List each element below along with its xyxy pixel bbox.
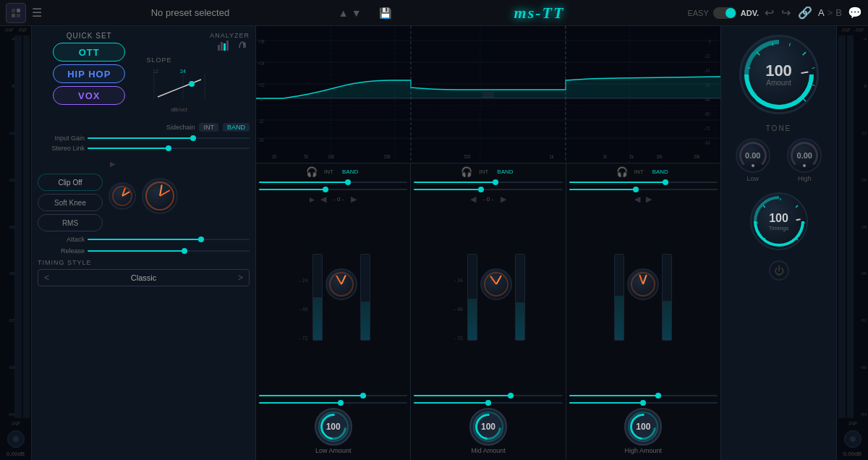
- band-mid-attack-slider[interactable]: [414, 395, 562, 396]
- vu-left-ch2: [23, 35, 30, 418]
- band-low-fader-1[interactable]: [312, 254, 323, 341]
- expand-arrow[interactable]: ▶: [110, 160, 116, 168]
- band-high-attack-slider[interactable]: [569, 395, 718, 396]
- band-high-faders: [614, 207, 672, 388]
- timing-prev[interactable]: >: [44, 273, 49, 283]
- prev-arrow[interactable]: ▲: [339, 7, 349, 19]
- band-low-fader-2[interactable]: [360, 254, 370, 341]
- sidechain-band[interactable]: BAND: [223, 123, 250, 132]
- amount-knob-center: 100 Amount: [765, 63, 792, 87]
- clip-off-button[interactable]: Clip Off: [38, 174, 103, 191]
- band-low-next-btn[interactable]: ▶: [351, 195, 357, 204]
- band-mid-comp-knob[interactable]: [480, 268, 512, 300]
- band-mid-release-slider[interactable]: [414, 402, 562, 404]
- band-low-attack-slider[interactable]: [259, 395, 407, 396]
- band-high-band[interactable]: BAND: [650, 168, 671, 176]
- rms-button[interactable]: RMS: [38, 214, 103, 231]
- undo-icon[interactable]: ↩: [765, 6, 774, 20]
- comp-knob-1[interactable]: [109, 182, 136, 210]
- link-icon[interactable]: 🔗: [798, 6, 812, 20]
- band-high-fader-1[interactable]: [614, 254, 624, 341]
- band-mid-headphone-icon[interactable]: 🎧: [461, 166, 472, 177]
- band-high-next-btn[interactable]: ▶: [646, 195, 652, 204]
- next-arrow[interactable]: ▼: [352, 7, 362, 19]
- band-low-release-slider[interactable]: [259, 402, 407, 404]
- qs-ott-button[interactable]: OTT: [53, 43, 125, 61]
- band-high: 🎧 INT BAND ◀ ▶: [566, 163, 720, 460]
- band-mid-prev-btn[interactable]: ◀: [470, 195, 476, 204]
- stereo-link-slider[interactable]: [88, 148, 250, 149]
- band-low-zero: - 0 -: [333, 196, 344, 203]
- ab-a-label[interactable]: A: [818, 7, 825, 18]
- band-high-release-slider[interactable]: [569, 402, 718, 404]
- svg-point-14: [189, 81, 195, 87]
- analyzer-bars-icon[interactable]: [218, 39, 231, 54]
- soft-knee-button[interactable]: Soft Knee: [38, 194, 103, 211]
- band-high-int[interactable]: INT: [632, 168, 646, 176]
- band-low-slider1[interactable]: [259, 182, 407, 183]
- svg-text:100: 100: [328, 153, 335, 159]
- redo-icon[interactable]: ↪: [781, 6, 791, 20]
- band-low-faders: - 24 - 48 - 72: [297, 207, 370, 388]
- band-mid-fader-1[interactable]: [467, 254, 477, 341]
- band-low-prev-btn[interactable]: ◀: [320, 195, 326, 204]
- band-low-band[interactable]: BAND: [340, 168, 360, 176]
- band-mid-fader-2[interactable]: [515, 254, 525, 341]
- stereo-link-label: Stereo Link: [38, 145, 85, 152]
- tone-low-knob[interactable]: 0.00: [736, 138, 770, 173]
- slope-display[interactable]: 12 24: [147, 67, 212, 106]
- timings-knob[interactable]: 100 Timings: [750, 192, 808, 250]
- vu-right-top2: -INF: [854, 27, 864, 33]
- band-high-fader-2[interactable]: [662, 254, 672, 341]
- logo-icon[interactable]: [6, 3, 26, 23]
- band-mid-next-btn[interactable]: ▶: [501, 195, 506, 204]
- timing-next[interactable]: >: [238, 273, 243, 283]
- band-low-play-btn[interactable]: ▶: [310, 196, 315, 203]
- right-vu-knob[interactable]: [844, 430, 861, 448]
- chat-icon[interactable]: 💬: [848, 6, 862, 20]
- attack-slider[interactable]: [88, 239, 250, 240]
- band-high-prev-btn[interactable]: ◀: [634, 195, 640, 204]
- mode-toggle[interactable]: [713, 7, 736, 19]
- band-high-slider2[interactable]: [569, 189, 718, 190]
- band-high-comp-knob[interactable]: [627, 268, 659, 300]
- band-low-amount-knob[interactable]: 100: [315, 408, 352, 446]
- qs-vox-button[interactable]: VOX: [53, 86, 125, 105]
- analyzer-hand-icon[interactable]: [237, 39, 250, 54]
- svg-rect-0: [12, 9, 15, 12]
- amount-knob[interactable]: 100 Amount: [739, 35, 819, 114]
- band-high-amount-knob[interactable]: 100: [624, 408, 662, 446]
- band-low-comp-knob[interactable]: [326, 268, 357, 300]
- band-mid-slider1[interactable]: [414, 182, 562, 183]
- tone-high-knob[interactable]: 0.00: [787, 138, 822, 173]
- drag-handle[interactable]: [482, 92, 494, 97]
- tone-knobs: 0.00 Low 0.00 High: [727, 138, 830, 182]
- qs-hiphop-button[interactable]: HIP HOP: [53, 64, 125, 83]
- svg-text:12: 12: [153, 69, 158, 74]
- band-mid-band[interactable]: BAND: [495, 168, 515, 176]
- comp-knob-2[interactable]: [142, 178, 178, 214]
- band-low-headphone-icon[interactable]: 🎧: [306, 166, 318, 177]
- band-controls: 🎧 INT BAND ▶ ◀ - 0 - ▶: [256, 163, 720, 460]
- band-mid-amount-container: 100 Mid Amount: [469, 408, 507, 454]
- ab-b-label[interactable]: B: [835, 7, 842, 18]
- svg-text:+36: +36: [258, 38, 265, 44]
- band-mid-amount-knob[interactable]: 100: [469, 408, 507, 446]
- save-icon[interactable]: 💾: [379, 7, 391, 19]
- left-vu-knob[interactable]: [7, 430, 25, 448]
- power-button[interactable]: ⏻: [769, 260, 789, 281]
- release-slider[interactable]: [88, 250, 250, 252]
- band-high-headphone-icon[interactable]: 🎧: [616, 166, 628, 177]
- band-mid-int[interactable]: INT: [477, 168, 490, 176]
- menu-icon[interactable]: ☰: [32, 6, 42, 20]
- input-gain-slider[interactable]: [88, 137, 250, 139]
- vu-tick-36: -36: [1, 271, 14, 276]
- band-mid-slider2[interactable]: [414, 189, 562, 190]
- band-high-slider1[interactable]: [569, 182, 718, 183]
- band-low-int[interactable]: INT: [322, 168, 336, 176]
- vu-tick-12: -12: [1, 131, 14, 135]
- sidechain-int[interactable]: INT: [199, 123, 218, 132]
- band-low-slider2[interactable]: [259, 189, 407, 190]
- timing-style-section: TIMING STYLE > Classic >: [38, 259, 250, 286]
- band-low-header: 🎧 INT BAND: [306, 166, 360, 177]
